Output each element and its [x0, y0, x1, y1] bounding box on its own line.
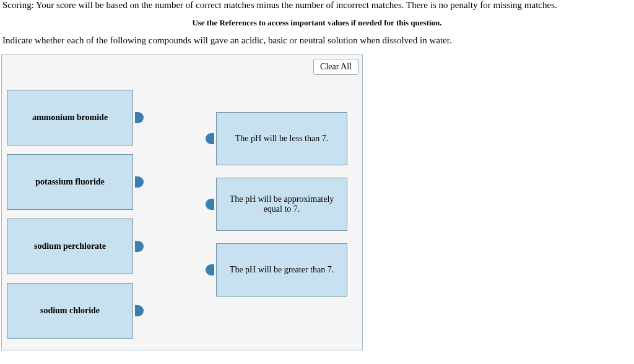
compound-ammonium-bromide[interactable]: ammonium bromide — [7, 90, 133, 145]
matching-panel: Clear All ammonium bromide potassium flu… — [1, 54, 363, 350]
connector-right-icon[interactable] — [135, 305, 144, 316]
compound-label: ammonium bromide — [32, 113, 108, 123]
target-label: The pH will be greater than 7. — [230, 265, 334, 275]
connector-left-icon[interactable] — [206, 133, 214, 144]
compound-label: potassium fluoride — [35, 177, 105, 187]
compound-sodium-chloride[interactable]: sodium chloride — [7, 283, 133, 339]
targets-column: The pH will be less than 7. The pH will … — [216, 112, 350, 309]
compound-label: sodium chloride — [40, 306, 100, 316]
connector-left-icon[interactable] — [206, 199, 214, 210]
compound-sodium-perchlorate[interactable]: sodium perchlorate — [7, 219, 133, 274]
target-label: The pH will be approximately equal to 7. — [224, 194, 339, 214]
target-ph-less-than-7[interactable]: The pH will be less than 7. — [216, 112, 347, 165]
connector-left-icon[interactable] — [206, 264, 214, 275]
compounds-column: ammonium bromide potassium fluoride sodi… — [7, 90, 141, 347]
target-label: The pH will be less than 7. — [235, 134, 328, 144]
target-ph-equal-7[interactable]: The pH will be approximately equal to 7. — [216, 178, 347, 231]
connector-right-icon[interactable] — [135, 241, 144, 252]
compound-label: sodium perchlorate — [34, 241, 106, 251]
target-ph-greater-than-7[interactable]: The pH will be greater than 7. — [216, 243, 347, 297]
question-text: Indicate whether each of the following c… — [0, 35, 634, 54]
scoring-text: Scoring: Your score will be based on the… — [0, 0, 634, 14]
connector-right-icon[interactable] — [135, 112, 144, 123]
references-text: Use the References to access important v… — [0, 14, 634, 35]
compound-potassium-fluoride[interactable]: potassium fluoride — [7, 154, 133, 210]
clear-all-button[interactable]: Clear All — [313, 59, 358, 75]
connector-right-icon[interactable] — [135, 176, 144, 188]
